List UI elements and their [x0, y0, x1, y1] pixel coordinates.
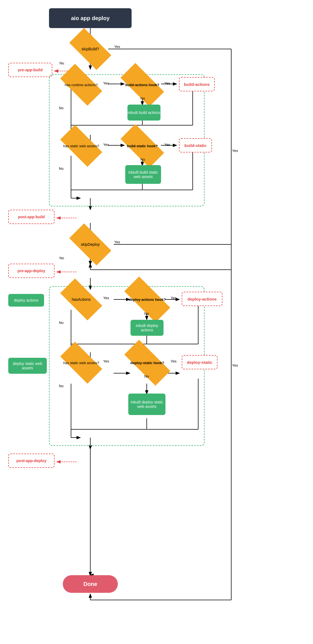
- post-app-deploy-label: post-app-deploy: [17, 459, 47, 463]
- inbuilt-build-static-node: inbuilt build static web assets: [125, 165, 161, 184]
- build-actions-hook-yes-label: Yes: [164, 81, 170, 85]
- done-label: Done: [83, 581, 97, 587]
- post-app-build-arrow: [55, 215, 79, 221]
- deploy-actions-box-label: deploy-actions: [187, 297, 217, 301]
- build-static-box-label: build-static: [184, 143, 206, 148]
- deploy-static-box-label: deploy-static: [187, 360, 213, 365]
- skip-build-diamond: skipBuild?: [71, 39, 110, 59]
- build-static-hook-box: build-static: [179, 138, 212, 152]
- build-actions-hook-diamond: build-actions hook?: [122, 74, 163, 95]
- build-actions-hook-no-label: No: [140, 96, 145, 100]
- has-actions-diamond: hasActions: [62, 289, 100, 310]
- deploy-static-left-label: deploy static web assets: [8, 361, 47, 370]
- start-label: aio app deploy: [71, 15, 110, 21]
- deploy-static-hook-yes-label: Yes: [171, 359, 176, 363]
- skip-build-yes-side-label: Yes: [232, 149, 238, 153]
- inbuilt-deploy-actions-node: inbuilt deploy actions: [130, 320, 164, 336]
- deploy-static-hook-diamond: deploy-static hook?: [125, 352, 169, 373]
- inbuilt-deploy-actions-label: inbuilt deploy actions: [130, 323, 164, 332]
- inbuilt-build-actions-label: inbuilt build actions: [128, 110, 160, 115]
- deploy-actions-hook-yes-label: Yes: [171, 296, 176, 300]
- post-app-deploy-arrow: [55, 459, 79, 465]
- deploy-actions-hook-diamond: deploy-actions hook?: [125, 289, 169, 310]
- post-app-build-label: post-app-build: [18, 215, 45, 219]
- skip-deploy-diamond: skipDeploy: [71, 234, 110, 255]
- diagram-container: aio app deploy skipBuild? Yes No pre-app…: [0, 0, 313, 644]
- pre-app-deploy-hook: pre-app-deploy: [8, 264, 55, 278]
- has-static-web-assets-deploy-diamond: has static web assets?: [62, 352, 100, 373]
- build-actions-box-label: build-actions: [184, 82, 209, 87]
- has-static-deploy-no-label: No: [59, 384, 64, 388]
- build-static-hook-yes-label: Yes: [164, 143, 170, 147]
- has-static-build-no-label: No: [59, 167, 64, 171]
- skip-build-diamond-shape: [69, 28, 111, 70]
- has-static-build-yes-label: Yes: [103, 143, 109, 147]
- has-runtime-no-label: No: [59, 106, 64, 110]
- deploy-static-left-node: deploy static web assets: [8, 358, 47, 374]
- has-actions-yes-label: Yes: [103, 296, 109, 300]
- build-static-hook-no-label: No: [140, 157, 145, 162]
- skip-build-yes-label: Yes: [114, 45, 120, 49]
- pre-app-deploy-arrow: [55, 269, 79, 275]
- deploy-static-hook-no-label: No: [144, 374, 149, 378]
- deploy-actions-hook-no-label: No: [144, 312, 149, 316]
- has-actions-no-label: No: [59, 321, 64, 325]
- post-to-done-arrow: [87, 449, 95, 578]
- skip-deploy-yes-side-label: Yes: [232, 363, 238, 367]
- skip-deploy-no-label: No: [59, 256, 64, 260]
- deploy-static-hook-box: deploy-static: [182, 355, 217, 369]
- inbuilt-deploy-static-node: inbuilt deploy static web assets: [128, 394, 165, 415]
- pre-app-build-label: pre-app-build: [18, 68, 42, 72]
- pre-app-build-hook: pre-app-build: [8, 63, 52, 77]
- post-app-deploy-hook: post-app-deploy: [8, 454, 55, 468]
- post-app-build-hook: post-app-build: [8, 210, 55, 224]
- start-node: aio app deploy: [49, 8, 132, 28]
- inbuilt-build-actions-node: inbuilt build actions: [127, 105, 160, 121]
- skip-deploy-diamond-shape: [69, 223, 111, 266]
- skip-deploy-yes-label: Yes: [114, 240, 120, 244]
- has-runtime-yes-label: Yes: [103, 81, 109, 85]
- build-actions-hook-box: build-actions: [179, 77, 215, 91]
- has-static-deploy-yes-label: Yes: [103, 359, 109, 363]
- inbuilt-deploy-static-label: inbuilt deploy static web assets: [128, 400, 165, 409]
- deploy-actions-hook-box: deploy-actions: [182, 292, 222, 306]
- inbuilt-build-static-label: inbuilt build static web assets: [125, 170, 161, 179]
- build-static-hook-diamond: build-static hook?: [122, 135, 163, 156]
- has-runtime-actions-diamond: has runtime actions?: [62, 74, 100, 95]
- skip-build-no-label: No: [59, 61, 64, 65]
- deploy-actions-left-label: deploy actions: [14, 298, 39, 302]
- done-node: Done: [63, 575, 118, 593]
- has-static-web-assets-build-diamond: has static web assets?: [62, 135, 100, 156]
- pre-app-deploy-label: pre-app-deploy: [17, 269, 45, 273]
- deploy-actions-left-node: deploy actions: [8, 294, 44, 307]
